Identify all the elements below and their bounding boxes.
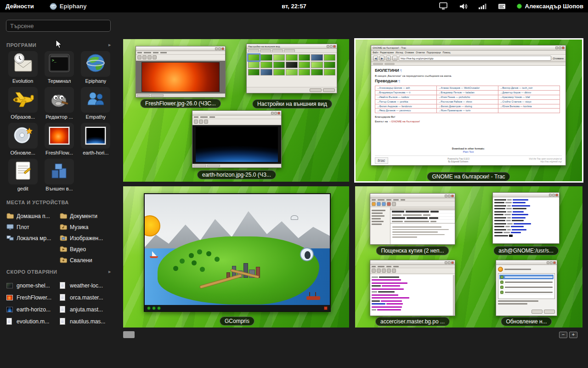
window-eog-freshflower[interactable]: [136, 46, 226, 98]
tab-strip-decor: [247, 49, 337, 53]
blue-boxes-icon: [49, 161, 69, 182]
window-gedit-po[interactable]: [370, 260, 455, 316]
places-list: Домашна п... Плот Локална мр... Документ…: [6, 212, 113, 264]
back-icon[interactable]: ◀: [373, 56, 378, 61]
recent-expander-icon[interactable]: ▸: [108, 269, 111, 275]
control-icon[interactable]: [157, 306, 161, 310]
address-bar[interactable]: http://fsa-bg.org/project/gtp: [399, 56, 551, 61]
page-heading: БЮЛЕТИНИ¶: [375, 68, 562, 73]
window-label-freshflower: FreshFlower.jpg-26.0 (ЧЗС...: [140, 99, 221, 108]
exit-icon[interactable]: [324, 306, 328, 310]
image-view-earth: [192, 125, 281, 164]
plain-text-link[interactable]: Plain Text: [375, 150, 562, 153]
titlebar: [370, 194, 455, 198]
updates-list: [498, 273, 555, 299]
editor-text-lines: [370, 275, 453, 316]
workspace-3[interactable]: GCompris: [123, 186, 349, 328]
scrollbar[interactable]: [453, 275, 455, 316]
gedit-notepad-icon: [14, 161, 32, 183]
recent-item[interactable]: nautilus.mas...: [60, 316, 113, 326]
recent-item[interactable]: evolution.m...: [6, 316, 60, 326]
window-evolution-mail[interactable]: [370, 193, 455, 245]
control-icon[interactable]: [147, 306, 151, 310]
flower-photo-thumbnail-icon: [49, 127, 69, 144]
toolbar-decor: [370, 268, 455, 274]
empathy-icon: [85, 90, 106, 110]
activities-button[interactable]: Дейности: [0, 3, 40, 10]
place-downloads[interactable]: Свалени: [60, 256, 113, 264]
add-workspace-button[interactable]: +: [569, 332, 577, 338]
place-music[interactable]: Музика: [60, 223, 113, 231]
place-desktop[interactable]: Плот: [6, 223, 60, 231]
app-item-vanshen[interactable]: Външен в...: [41, 159, 77, 191]
focused-app-menu[interactable]: Epiphany: [50, 3, 87, 10]
terminal-icon: >_: [49, 54, 70, 74]
download-formats: Download in other formats: Plain Text: [375, 147, 562, 153]
keyboard-indicator-icon[interactable]: [498, 3, 506, 10]
forward-icon[interactable]: ▶: [379, 56, 384, 61]
place-pictures[interactable]: Изображен...: [60, 234, 113, 242]
app-item-empathy[interactable]: Empathy: [78, 87, 114, 120]
workspace-4[interactable]: Пощенска кутия (2 неп... ash@GNOME:/usr/…: [355, 186, 582, 328]
app-item-updates[interactable]: Обновле...: [5, 123, 41, 155]
user-menu[interactable]: Александър Шопов: [517, 3, 583, 10]
recent-item[interactable]: anjuta.mast...: [60, 305, 113, 314]
display-icon[interactable]: [439, 2, 448, 10]
home-icon[interactable]: ⌂: [392, 56, 397, 61]
place-videos[interactable]: Видео: [60, 245, 113, 253]
reload-icon[interactable]: ↻: [386, 56, 391, 61]
app-item-earth-horizon[interactable]: earth-hori...: [78, 123, 114, 155]
epiphany-globe-icon: [85, 53, 106, 75]
window-gcompris[interactable]: [144, 193, 331, 312]
remove-workspace-button[interactable]: −: [559, 332, 567, 338]
go-button[interactable]: Отиване: [553, 57, 564, 60]
evolution-icon: [12, 52, 34, 75]
folder-icon: [60, 224, 67, 230]
search-input[interactable]: [6, 20, 111, 32]
team-link[interactable]: →GNOME на български!: [389, 120, 420, 123]
workspace-indicator[interactable]: [123, 331, 135, 338]
desktop-icon: [6, 224, 14, 230]
recent-item[interactable]: earth-horizo...: [6, 305, 60, 314]
app-item-gedit[interactable]: gedit: [5, 159, 41, 191]
update-icon: [498, 267, 503, 272]
trac-footer: trac Powered by Trac 0.10.3 By Edgewall …: [375, 155, 562, 164]
app-item-gimp[interactable]: Редактор ...: [41, 87, 77, 120]
window-label-updates: Обновление н...: [501, 317, 552, 326]
window-eog-earth-horizon[interactable]: [192, 110, 282, 168]
terminal-output-lines: [493, 197, 559, 243]
folder-icon: [60, 257, 67, 263]
focused-app-name: Epiphany: [60, 3, 87, 10]
workspace-1[interactable]: FreshFlower.jpg-26.0 (ЧЗС... Настройки н…: [123, 39, 349, 182]
app-item-terminal[interactable]: >_ Терминал: [41, 51, 77, 84]
app-item-evolution[interactable]: Evolution: [5, 51, 41, 84]
window-terminal[interactable]: [492, 192, 560, 244]
top-bar: Дейности Epiphany вт, 22:57 Александър Ш…: [0, 0, 588, 12]
app-item-freshflower[interactable]: FreshFlow...: [41, 123, 77, 155]
recent-item[interactable]: gnome-shel...: [6, 281, 60, 290]
recent-item[interactable]: orca.master...: [60, 293, 113, 302]
place-network[interactable]: Локална мр...: [6, 234, 60, 242]
tux-badge[interactable]: [300, 247, 314, 261]
volume-icon[interactable]: [459, 3, 467, 10]
page-heading: Преводачи¶: [375, 79, 562, 83]
window-label-trac: GNOME на български! - Trac: [427, 172, 510, 181]
updates-content: [496, 265, 557, 316]
recent-header: СКОРО ОТВАРЯНИ ▸: [6, 269, 111, 275]
recent-item[interactable]: weather-loc...: [60, 281, 113, 290]
window-update-manager[interactable]: [496, 260, 557, 316]
clock[interactable]: вт, 22:57: [282, 3, 306, 10]
app-item-epiphany[interactable]: Epiphany: [78, 51, 114, 84]
programs-expander-icon[interactable]: ▸: [108, 42, 111, 48]
place-home[interactable]: Домашна п...: [6, 212, 60, 220]
folder-icon: [6, 213, 14, 219]
place-documents[interactable]: Документи: [60, 212, 113, 220]
recent-item[interactable]: FreshFlower...: [6, 293, 60, 302]
app-item-gcompris[interactable]: Образов...: [5, 87, 41, 120]
workspace-2-active[interactable]: GNOME на български! - Trac ФайлРедактира…: [354, 38, 583, 183]
trac-page: БЮЛЕТИНИ¶ В секция „Бюлетини“ са периоди…: [371, 66, 565, 165]
control-icon[interactable]: [152, 306, 156, 310]
window-appearance-settings[interactable]: Настройки на външния вид: [246, 44, 337, 93]
window-epiphany-trac[interactable]: GNOME на български! - Trac ФайлРедактира…: [371, 45, 566, 166]
network-signal-icon[interactable]: [478, 3, 487, 10]
